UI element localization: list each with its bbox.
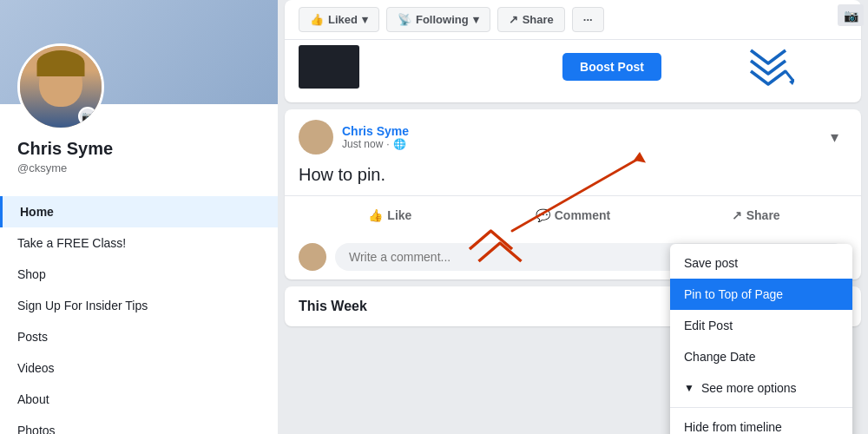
- sidebar: 📷 Chris Syme @cksyme Home Take a FREE Cl…: [0, 0, 278, 434]
- sidebar-item-posts[interactable]: Posts: [0, 321, 278, 352]
- like-icon: 👍: [368, 208, 383, 222]
- dropdown-hide-from-timeline[interactable]: Hide from timeline: [670, 411, 852, 434]
- post-content: How to pin.: [285, 165, 861, 195]
- ellipsis-icon: ···: [583, 13, 593, 26]
- dropdown-arrow-icon: ▾: [362, 13, 368, 26]
- share-reaction-icon: ↗: [732, 208, 742, 222]
- globe-icon: 🌐: [393, 138, 406, 150]
- triangle-down-icon: ▼: [684, 382, 694, 394]
- main-content: 👍 Liked ▾ 📡 Following ▾ ↗ Share ···: [278, 0, 868, 434]
- dropdown-pin-to-top[interactable]: Pin to Top of Page: [670, 279, 852, 310]
- sidebar-item-photos[interactable]: Photos: [0, 415, 278, 434]
- share-reaction-button[interactable]: ↗ Share: [664, 203, 847, 227]
- liked-button[interactable]: 👍 Liked ▾: [299, 7, 379, 32]
- dot-separator: ·: [386, 138, 389, 150]
- main-post-card: Chris Syme Just now · 🌐 ▾ How to pin.: [285, 109, 861, 279]
- commenter-avatar: [299, 243, 326, 271]
- camera-icon[interactable]: 📷: [78, 107, 97, 126]
- sidebar-item-home[interactable]: Home: [0, 196, 278, 227]
- sidebar-item-videos[interactable]: Videos: [0, 352, 278, 384]
- post-time: Just now · 🌐: [342, 138, 812, 150]
- sidebar-item-shop[interactable]: Shop: [0, 259, 278, 290]
- post-author-name[interactable]: Chris Syme: [342, 124, 812, 138]
- boost-preview-image: [299, 45, 359, 89]
- comment-icon: 💬: [536, 208, 550, 222]
- post-header: Chris Syme Just now · 🌐 ▾: [285, 109, 861, 165]
- post-meta: Chris Syme Just now · 🌐: [342, 124, 812, 150]
- sidebar-nav: Home Take a FREE Class! Shop Sign Up For…: [0, 196, 278, 434]
- top-post-card: 👍 Liked ▾ 📡 Following ▾ ↗ Share ···: [285, 0, 861, 102]
- following-dropdown-icon: ▾: [473, 13, 479, 26]
- boost-post-button[interactable]: Boost Post: [562, 53, 661, 81]
- sidebar-item-insider-tips[interactable]: Sign Up For Insider Tips: [0, 290, 278, 321]
- boost-section: Boost Post 📷: [285, 40, 861, 102]
- avatar: 📷: [17, 43, 104, 130]
- chevron-down-icon: ▾: [831, 128, 838, 147]
- post-author-avatar: [299, 120, 333, 155]
- profile-name: Chris Syme: [17, 139, 260, 159]
- dropdown-change-date[interactable]: Change Date: [670, 341, 852, 372]
- dropdown-see-more-options[interactable]: ▼ See more options: [670, 372, 852, 404]
- post-reactions-bar: 👍 Like 💬 Comment ↗ Share: [285, 195, 861, 234]
- post-options-dropdown: Save post Pin to Top of Page Edit Post C…: [670, 244, 852, 434]
- sidebar-item-about[interactable]: About: [0, 384, 278, 415]
- post-actions-bar: 👍 Liked ▾ 📡 Following ▾ ↗ Share ···: [285, 0, 861, 40]
- dropdown-separator: [670, 407, 852, 408]
- share-button[interactable]: ↗ Share: [497, 7, 565, 32]
- like-reaction-button[interactable]: 👍 Like: [299, 203, 482, 227]
- profile-cover: 📷: [0, 0, 278, 104]
- following-button[interactable]: 📡 Following ▾: [386, 7, 490, 32]
- dropdown-save-post[interactable]: Save post: [670, 247, 852, 279]
- post-options-button[interactable]: ▾: [821, 124, 847, 150]
- comment-reaction-button[interactable]: 💬 Comment: [482, 203, 665, 227]
- share-icon: ↗: [509, 13, 518, 26]
- sidebar-item-free-class[interactable]: Take a FREE Class!: [0, 227, 278, 259]
- thumbs-up-icon: 👍: [310, 13, 324, 26]
- profile-handle: @cksyme: [17, 161, 260, 174]
- more-options-button[interactable]: ···: [572, 7, 604, 32]
- rss-icon: 📡: [398, 13, 411, 26]
- dropdown-edit-post[interactable]: Edit Post: [670, 310, 852, 341]
- small-camera-icon: 📷: [838, 4, 864, 26]
